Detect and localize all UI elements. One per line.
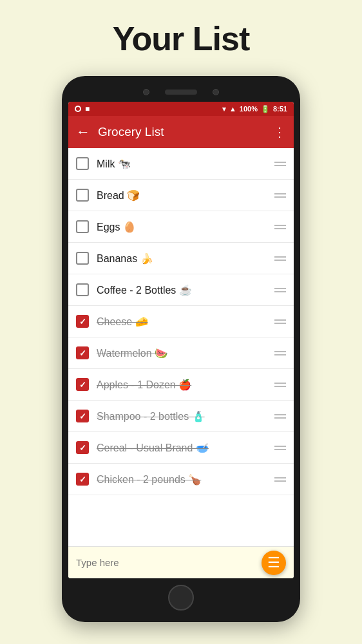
menu-button[interactable]: ⋮ xyxy=(273,124,286,140)
item-text: Apples - 1 Dozen 🍎 xyxy=(97,379,267,391)
checkmark-icon: ✓ xyxy=(79,348,86,358)
drag-handle[interactable] xyxy=(274,351,286,355)
item-checkbox[interactable]: ✓ xyxy=(76,346,89,359)
list-item: Eggs 🥚 xyxy=(68,211,294,243)
checkmark-icon: ✓ xyxy=(79,412,86,421)
item-checkbox[interactable]: ✓ xyxy=(76,473,89,486)
battery-text: 100% xyxy=(240,105,258,113)
page-title: Your List xyxy=(113,19,249,58)
item-text: Shampoo - 2 bottles 🧴 xyxy=(97,410,267,422)
checkmark-icon: ✓ xyxy=(79,475,86,484)
drag-handle[interactable] xyxy=(274,193,286,198)
front-camera xyxy=(143,89,149,95)
phone-speaker xyxy=(165,90,197,95)
type-here-input[interactable] xyxy=(76,557,255,568)
status-bar: ■ ▾ ▲ 100% 🔋 8:51 xyxy=(68,102,294,116)
item-checkbox[interactable] xyxy=(76,189,89,202)
drag-handle[interactable] xyxy=(274,383,286,387)
item-text: Watermelon 🍉 xyxy=(97,347,267,359)
checkmark-icon: ✓ xyxy=(79,443,86,453)
list-item: ✓Chicken - 2 pounds 🍗 xyxy=(68,464,294,495)
item-checkbox[interactable] xyxy=(76,283,89,296)
drag-handle[interactable] xyxy=(274,256,286,261)
battery-icon: 🔋 xyxy=(261,105,270,113)
item-text: Chicken - 2 pounds 🍗 xyxy=(97,473,267,486)
drag-handle[interactable] xyxy=(274,225,286,229)
item-text: Eggs 🥚 xyxy=(97,221,267,233)
drag-handle[interactable] xyxy=(274,162,286,166)
back-button[interactable]: ← xyxy=(76,124,90,140)
list-item: ✓Cheese 🧀 xyxy=(68,306,294,337)
list-item: Coffee - 2 Bottles ☕ xyxy=(68,274,294,306)
list-item: Bananas 🍌 xyxy=(68,243,294,274)
drag-handle[interactable] xyxy=(274,477,286,482)
status-right: ▾ ▲ 100% 🔋 8:51 xyxy=(222,105,287,113)
status-record-icon xyxy=(75,106,81,112)
drag-handle[interactable] xyxy=(274,319,286,324)
status-left: ■ xyxy=(75,104,90,113)
bottom-bar: ☰ xyxy=(68,546,294,578)
list-item: ✓Watermelon 🍉 xyxy=(68,337,294,369)
list-item: Bread 🍞 xyxy=(68,180,294,211)
item-text: Bread 🍞 xyxy=(97,189,267,202)
add-item-button[interactable]: ☰ xyxy=(262,551,286,575)
add-icon: ☰ xyxy=(267,556,280,570)
phone-bottom-bar xyxy=(68,578,294,613)
list-item: Milk 🐄 xyxy=(68,148,294,180)
toolbar-title: Grocery List xyxy=(98,125,265,139)
item-checkbox[interactable]: ✓ xyxy=(76,378,89,391)
drag-handle[interactable] xyxy=(274,414,286,419)
status-sim-icon: ■ xyxy=(85,104,90,113)
checkmark-icon: ✓ xyxy=(79,380,86,390)
list-item: ✓Apples - 1 Dozen 🍎 xyxy=(68,369,294,401)
item-checkbox[interactable]: ✓ xyxy=(76,410,89,422)
grocery-list: Milk 🐄Bread 🍞Eggs 🥚Bananas 🍌Coffee - 2 B… xyxy=(68,148,294,546)
list-item: ✓Shampoo - 2 bottles 🧴 xyxy=(68,401,294,432)
drag-handle[interactable] xyxy=(274,446,286,450)
phone-screen: ■ ▾ ▲ 100% 🔋 8:51 ← Grocery List ⋮ Milk … xyxy=(68,102,294,578)
item-text: Cereal - Usual Brand 🥣 xyxy=(97,442,267,454)
item-checkbox[interactable] xyxy=(76,252,89,265)
drag-handle[interactable] xyxy=(274,288,286,292)
front-sensor xyxy=(213,89,219,95)
checkmark-icon: ✓ xyxy=(79,317,86,327)
item-checkbox[interactable] xyxy=(76,157,89,170)
phone-top-bar xyxy=(68,85,294,102)
item-checkbox[interactable] xyxy=(76,220,89,233)
item-text: Cheese 🧀 xyxy=(97,316,267,328)
item-text: Milk 🐄 xyxy=(97,158,267,170)
item-checkbox[interactable]: ✓ xyxy=(76,441,89,454)
item-text: Coffee - 2 Bottles ☕ xyxy=(97,284,267,296)
list-item: ✓Cereal - Usual Brand 🥣 xyxy=(68,432,294,464)
item-checkbox[interactable]: ✓ xyxy=(76,315,89,328)
wifi-icon: ▾ xyxy=(222,105,226,113)
phone-device: ■ ▾ ▲ 100% 🔋 8:51 ← Grocery List ⋮ Milk … xyxy=(62,76,300,622)
item-text: Bananas 🍌 xyxy=(97,252,267,265)
signal-icon: ▲ xyxy=(229,105,236,113)
time-display: 8:51 xyxy=(273,105,287,113)
home-button[interactable] xyxy=(168,585,194,611)
toolbar: ← Grocery List ⋮ xyxy=(68,116,294,148)
